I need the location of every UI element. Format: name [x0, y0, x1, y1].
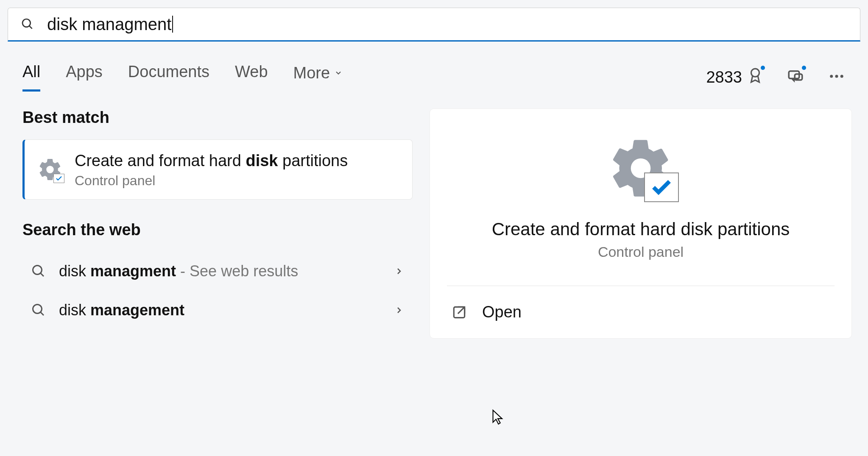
bm-title-suffix: partitions: [278, 152, 348, 170]
more-icon[interactable]: [828, 67, 846, 87]
best-match-text: Create and format hard disk partitions C…: [75, 150, 348, 189]
svg-line-1: [29, 26, 32, 29]
svg-line-13: [458, 307, 465, 314]
svg-point-0: [22, 19, 31, 27]
web-result[interactable]: disk managment - See web results: [22, 252, 413, 291]
detail-pane: Create and format hard disk partitions C…: [430, 108, 852, 339]
detail-title: Create and format hard disk partitions: [492, 219, 790, 239]
bm-title-prefix: Create and format hard: [75, 152, 246, 170]
tabs-row: All Apps Documents Web More 2833: [8, 46, 860, 92]
open-button[interactable]: Open: [447, 303, 835, 321]
search-icon: [31, 264, 46, 279]
svg-point-5: [830, 75, 833, 78]
rewards-icon: [747, 67, 763, 87]
detail-subtitle: Control panel: [598, 244, 684, 260]
open-external-icon: [451, 304, 467, 320]
best-match-result[interactable]: Create and format hard disk partitions C…: [22, 139, 413, 200]
svg-point-7: [840, 75, 843, 78]
svg-point-8: [33, 266, 42, 275]
tab-web[interactable]: Web: [235, 63, 268, 92]
gear-check-icon: [37, 157, 63, 182]
open-label: Open: [482, 303, 522, 321]
chevron-right-icon: [394, 305, 404, 315]
cursor-icon: [491, 409, 504, 428]
web-result-text: disk management: [59, 301, 381, 319]
bm-title-bold: disk: [246, 152, 278, 170]
chat-icon[interactable]: [787, 67, 804, 87]
search-icon: [21, 17, 34, 31]
filter-tabs: All Apps Documents Web More: [22, 63, 343, 92]
bm-subtitle: Control panel: [75, 173, 348, 189]
tab-more-label: More: [293, 64, 330, 82]
best-match-heading: Best match: [22, 108, 413, 127]
web-result-text: disk managment - See web results: [59, 262, 381, 280]
svg-point-2: [751, 69, 759, 77]
tab-all[interactable]: All: [22, 63, 40, 92]
tabs-right: 2833: [706, 67, 846, 87]
search-icon: [31, 303, 46, 318]
chevron-right-icon: [394, 266, 404, 276]
chevron-down-icon: [334, 69, 343, 77]
divider: [447, 286, 835, 286]
tab-more[interactable]: More: [293, 63, 343, 92]
svg-line-11: [41, 312, 44, 316]
svg-point-6: [835, 75, 838, 78]
tab-documents[interactable]: Documents: [128, 63, 209, 92]
svg-point-10: [33, 305, 42, 314]
search-web-heading: Search the web: [22, 221, 413, 239]
rewards-points: 2833: [706, 68, 742, 86]
svg-line-9: [41, 273, 44, 277]
tab-apps[interactable]: Apps: [66, 63, 103, 92]
search-bar[interactable]: disk managment: [8, 8, 860, 42]
gear-check-icon-large: [607, 134, 675, 202]
rewards-button[interactable]: 2833: [706, 67, 763, 87]
web-result[interactable]: disk management: [22, 291, 413, 330]
search-input-text[interactable]: disk managment: [47, 16, 173, 33]
